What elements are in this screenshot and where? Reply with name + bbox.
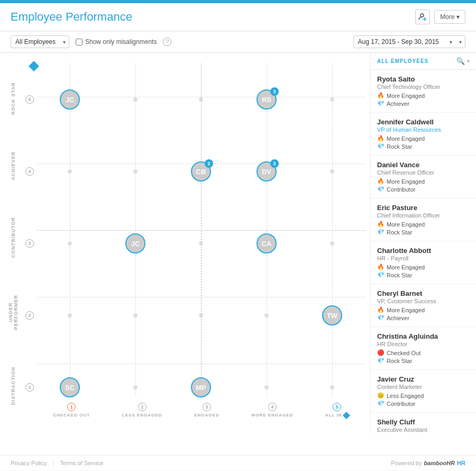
sidebar: ALL EMPLOYEES 🔍 ▾ Ryota Saito Chief Tech… xyxy=(370,53,476,434)
chart-dot-under-all-in[interactable]: TW xyxy=(322,305,342,325)
emp-title: Chief Information Officer xyxy=(377,212,470,219)
x-label-more-engaged: MORE ENGAGED xyxy=(251,413,293,418)
emp-card-charlotte[interactable]: Charlotte Abbott HR - Payroll 🔥 More Eng… xyxy=(371,241,476,284)
terms-link[interactable]: Terms of Service xyxy=(60,460,103,466)
emp-card-ryota[interactable]: Ryota Saito Chief Technology Officer 🔥 M… xyxy=(371,70,476,113)
search-icon[interactable]: 🔍 xyxy=(456,57,465,65)
header: Employee Performance More ▾ xyxy=(0,3,476,31)
hline-5 xyxy=(37,364,365,364)
y-label-distraction: DISTRACTION xyxy=(11,367,16,405)
x-label-engaged: ENGAGED xyxy=(194,413,219,418)
x-label-3: 3 ENGAGED xyxy=(194,403,219,418)
chart-dot-plain-4 xyxy=(68,169,72,174)
chart-area: DISTRACTION UNDERPERFORMER CONTRIBUTOR A… xyxy=(0,53,370,455)
help-icon[interactable]: ? xyxy=(163,38,171,46)
y-num-5: 5 xyxy=(25,95,34,104)
emp-card-christina[interactable]: Christina Agluinda HR Director 🔴 Checked… xyxy=(371,327,476,370)
tag-performance: 💎 Rock Star xyxy=(377,357,470,364)
chart-dot-plain-7 xyxy=(68,241,72,246)
sidebar-header: ALL EMPLOYEES 🔍 ▾ xyxy=(371,53,476,70)
grid xyxy=(37,64,365,397)
controls-bar: All Employees My Team Direct Reports Sho… xyxy=(0,31,476,53)
misalignment-filter[interactable]: Show only misalignments xyxy=(76,38,157,46)
y-num-2: 2 xyxy=(25,311,34,320)
emp-tags: 😐 Less Engaged 💎 Contributor xyxy=(377,392,470,407)
emp-name: Daniel Vance xyxy=(377,161,470,169)
chart-dot-plain-10 xyxy=(68,313,72,318)
y-num-3: 3 xyxy=(25,239,34,248)
chart-dot-plain-12 xyxy=(199,313,203,318)
date-range-selector[interactable]: Aug 17, 2015 - Sep 30, 2015 ▾ xyxy=(353,35,465,48)
chart-dot-achiever-engaged[interactable]: CB 2 xyxy=(191,161,211,182)
y-label-achiever: ACHIEVER xyxy=(11,151,16,180)
chart-dot-jennifer[interactable]: JC xyxy=(60,89,80,110)
sidebar-search[interactable]: 🔍 ▾ xyxy=(456,57,470,65)
emp-name: Cheryl Barnet xyxy=(377,289,470,297)
emp-name: Charlotte Abbott xyxy=(377,247,470,255)
emp-tags: 🔴 Checked Out 💎 Rock Star xyxy=(377,349,470,364)
misalignment-checkbox[interactable] xyxy=(76,39,83,46)
sidebar-title: ALL EMPLOYEES xyxy=(377,58,428,64)
tag-performance: 💎 Rock Star xyxy=(377,229,470,236)
emp-card-daniel[interactable]: Daniel Vance Chief Revenue Officer 🔥 Mor… xyxy=(371,156,476,198)
emp-name: Ryota Saito xyxy=(377,75,470,83)
add-employee-button[interactable] xyxy=(415,10,430,24)
emp-tags: 🔥 More Engaged 💎 Rock Star xyxy=(377,221,470,236)
chart-dot-plain-14 xyxy=(133,385,138,390)
emp-card-eric[interactable]: Eric Pasture Chief Information Officer 🔥… xyxy=(371,198,476,241)
emp-title: Chief Revenue Officer xyxy=(377,169,470,176)
tag-performance: 💎 Rock Star xyxy=(377,143,470,150)
diamond-icon xyxy=(30,62,38,71)
emp-tags: 🔥 More Engaged 💎 Achiever xyxy=(377,306,470,321)
emp-title: Executive Assistant xyxy=(377,427,470,433)
controls-left: All Employees My Team Direct Reports Sho… xyxy=(11,35,171,48)
tag-engagement: 🔥 More Engaged xyxy=(377,306,470,313)
date-range-wrap[interactable]: Aug 17, 2015 - Sep 30, 2015 ▾ xyxy=(353,35,465,48)
x-axis: 1 CHECKED OUT 2 LESS ENGAGED 3 ENGAGED 4… xyxy=(37,397,365,423)
vline-1 xyxy=(70,64,70,397)
emp-tags: 🔥 More Engaged 💎 Rock Star xyxy=(377,264,470,278)
tag-engagement: 🔴 Checked Out xyxy=(377,349,470,356)
main-content: DISTRACTION UNDERPERFORMER CONTRIBUTOR A… xyxy=(0,53,476,455)
emp-card-shelly[interactable]: Shelly Cluff Executive Assistant 😊 Engag… xyxy=(371,413,476,434)
emp-title: Content Marketer xyxy=(377,384,470,390)
vline-3 xyxy=(201,64,202,397)
chart-dot-contributor-more[interactable]: CA xyxy=(257,233,277,253)
footer-left: Privacy Policy | Terms of Service xyxy=(11,460,107,466)
chart-dot-ryota[interactable]: RS 3 xyxy=(257,89,277,110)
y-num-4: 4 xyxy=(25,167,34,176)
tag-engagement: 🔥 More Engaged xyxy=(377,135,470,142)
chart-dot-plain-15 xyxy=(264,385,269,390)
chart-dot-contributor-less[interactable]: JC xyxy=(125,233,145,253)
emp-card-jennifer[interactable]: Jennifer Caldwell VP of Human Resources … xyxy=(371,113,476,156)
chart-dot-distraction-checked[interactable]: SC xyxy=(60,377,80,397)
tag-engagement: 🔥 More Engaged xyxy=(377,178,470,185)
footer: Privacy Policy | Terms of Service Powere… xyxy=(0,455,476,470)
search-dropdown[interactable]: ▾ xyxy=(467,58,470,64)
tag-engagement: 🔥 More Engaged xyxy=(377,264,470,270)
chart-dot-plain-8 xyxy=(199,241,203,246)
chart-dot-achiever-more-engaged[interactable]: DV 3 xyxy=(257,161,277,182)
tag-engagement: 🔥 More Engaged xyxy=(377,92,470,99)
more-button[interactable]: More ▾ xyxy=(434,10,465,24)
x-label-2: 2 LESS ENGAGED xyxy=(122,403,162,418)
emp-card-javier[interactable]: Javier Cruz Content Marketer 😐 Less Enga… xyxy=(371,370,476,413)
emp-card-cheryl[interactable]: Cheryl Barnet VP, Customer Success 🔥 Mor… xyxy=(371,284,476,327)
chart-dot-distraction-engaged[interactable]: MP xyxy=(191,377,211,397)
tag-performance: 💎 Contributor xyxy=(377,186,470,193)
hline-3 xyxy=(37,230,365,231)
chart-dot-plain-2 xyxy=(199,97,203,102)
emp-title: VP of Human Resources xyxy=(377,126,470,133)
date-range-label: Aug 17, 2015 - Sep 30, 2015 xyxy=(358,38,439,46)
chart-dot-plain-3 xyxy=(330,97,334,102)
emp-title: VP, Customer Success xyxy=(377,298,470,304)
misalignment-label: Show only misalignments xyxy=(85,38,157,46)
chart-dot-plain-6 xyxy=(330,169,334,174)
chart-container: 5 4 3 2 1 JC xyxy=(37,64,365,423)
emp-title: HR Director xyxy=(377,341,470,347)
more-label: More ▾ xyxy=(440,13,460,21)
hline-4 xyxy=(37,297,365,297)
employee-filter[interactable]: All Employees My Team Direct Reports xyxy=(11,35,69,48)
privacy-policy-link[interactable]: Privacy Policy xyxy=(11,460,47,466)
tag-performance: 💎 Contributor xyxy=(377,400,470,407)
